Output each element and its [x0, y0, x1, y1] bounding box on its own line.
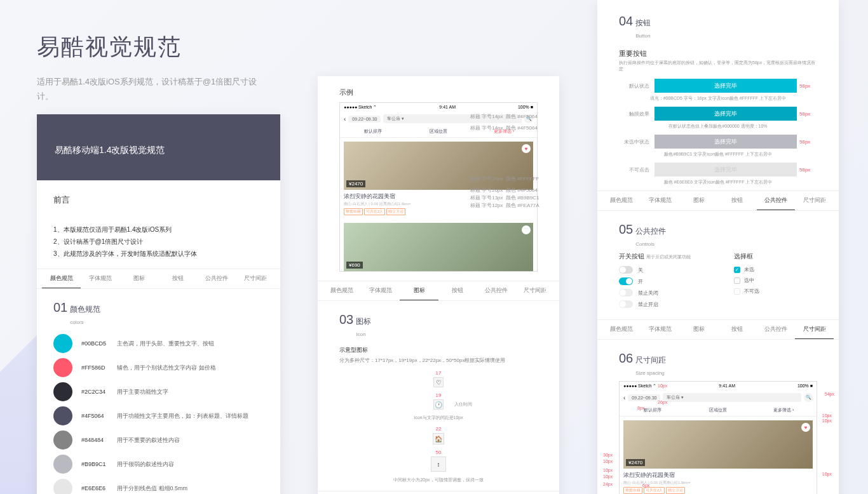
swatch-icon: [53, 406, 72, 425]
preface-title: 前言: [37, 180, 280, 220]
tabs-2: 颜色规范字体规范 图标按钮 公共控件尺寸间距: [318, 281, 559, 301]
card-example: 示例 ●●●●● Sketch ⌃9:41 AM100% ■ ‹ 09.22~0…: [318, 76, 559, 494]
card-right: 04 按钮Button 重要按钮 执行最终操作均位于屏幕的底部的按钮，如确认，登…: [597, 0, 839, 494]
color-row: #00BCD5主色调，用于头部、重要性文字、按钮: [53, 334, 264, 353]
tabs-5: 颜色规范字体规范 图标按钮 公共控件尺寸间距: [597, 319, 839, 340]
checkbox-row: 选中: [734, 277, 817, 284]
checkbox[interactable]: [734, 267, 740, 273]
tab-buttons[interactable]: 按钮: [159, 269, 198, 288]
price-tag: ¥2470: [346, 180, 365, 187]
example-label: 示例: [318, 88, 559, 102]
tab-fonts[interactable]: 字体规范: [81, 269, 119, 288]
button-row: 触摸效果选择完毕58px: [619, 107, 817, 121]
switch-toggle: [619, 289, 633, 297]
switch-toggle[interactable]: [619, 277, 633, 285]
spacing-phone: ●●●●● Sketch ⌃9:41 AM100% ■ ‹ 09.22~09.3…: [619, 381, 817, 494]
tab-icons[interactable]: 图标: [119, 269, 158, 288]
preface-rules: 1、本版规范仅适用于易酷1.4改版iOS系列 2、设计稿基于@1倍图尺寸设计 3…: [37, 220, 280, 269]
swatch-icon: [53, 431, 72, 450]
checkbox[interactable]: [734, 277, 740, 284]
back-icon[interactable]: ‹: [344, 116, 346, 123]
color-row: #2C2C34用于主要功能性文字: [53, 382, 264, 401]
listing-image-2[interactable]: ♡ ¥690: [344, 223, 533, 271]
tabs-3: 颜色规范字体规范 图标按钮 公共控件尺寸间距: [318, 491, 559, 494]
main-title: 易酷视觉规范: [37, 32, 291, 63]
color-list: #00BCD5主色调，用于头部、重要性文字、按钮#FF586D辅色，用于个别状态…: [37, 330, 280, 494]
switch-row: 关: [619, 266, 702, 274]
switch-toggle: [619, 300, 633, 308]
checkbox: [734, 288, 740, 295]
tab-colors[interactable]: 颜色规范: [42, 269, 81, 288]
tab-spacing[interactable]: 尺寸间距: [236, 269, 275, 288]
color-row: #E6E6E6用于分割线色值 粗细0.5mm: [53, 479, 264, 494]
sample-button[interactable]: 选择完毕: [654, 135, 797, 149]
section3-title: 03 图标Icon: [318, 301, 559, 342]
section6-title: 06 尺寸间距Size spacing: [597, 340, 839, 381]
button-row: 默认状态选择完毕58px: [619, 79, 817, 93]
section4-title: 04 按钮Button: [597, 3, 839, 44]
tab-controls[interactable]: 公共控件: [198, 269, 236, 288]
color-row: #FF586D辅色，用于个别状态性文字内容 如价格: [53, 358, 264, 377]
color-row: #4F5064用于功能性文字主要用色，如：列表标题、详情标题: [53, 406, 264, 425]
button-row: 未选中状态选择完毕58px: [619, 135, 817, 149]
swatch-icon: [53, 479, 72, 494]
tabs-4: 颜色规范字体规范 图标按钮 公共控件尺寸间距: [597, 190, 839, 211]
swatch-icon: [53, 382, 72, 401]
main-subtitle: 适用于易酷1.4改版iOS系列规范，设计稿基于@1倍图尺寸设计。: [37, 74, 266, 104]
switch-row: 禁止关闭: [619, 289, 702, 297]
card-colors: 易酷移动端1.4改版视觉规范 前言 1、本版规范仅适用于易酷1.4改版iOS系列…: [37, 114, 280, 494]
swatch-icon: [53, 334, 72, 353]
swatch-icon: [53, 455, 72, 474]
checkbox-row: 未选: [734, 266, 817, 273]
heart-icon[interactable]: ♡: [522, 225, 531, 234]
card1-header: 易酷移动端1.4改版视觉规范: [37, 114, 280, 180]
heart-icon[interactable]: ♥: [522, 144, 531, 153]
switch-row: 开: [619, 277, 702, 285]
header-block: 易酷视觉规范 适用于易酷1.4改版iOS系列规范，设计稿基于@1倍图尺寸设计。: [37, 32, 291, 104]
listing-tags: 整套出租可共住2人独立卫浴: [340, 208, 537, 219]
date-pill[interactable]: 09.22~09.30: [348, 116, 381, 123]
button-row: 不可点击选择完毕58px: [619, 163, 817, 177]
switch-row: 禁止开启: [619, 300, 702, 308]
tabs-1: 颜色规范 字体规范 图标 按钮 公共控件 尺寸间距: [37, 269, 280, 289]
sample-button[interactable]: 选择完毕: [654, 107, 797, 121]
section5-title: 05 公共控件Controls: [597, 211, 839, 252]
switch-toggle[interactable]: [619, 266, 633, 274]
listing-image[interactable]: ♥ ¥2470: [344, 142, 533, 190]
checkbox-row: 不可选: [734, 288, 817, 295]
sample-button[interactable]: 选择完毕: [654, 163, 797, 177]
section1-title: 01 颜色规范colors: [37, 289, 280, 330]
sample-button[interactable]: 选择完毕: [654, 79, 797, 93]
color-row: #848484用于不重要的叙述性内容: [53, 431, 264, 450]
swatch-icon: [53, 358, 72, 377]
color-row: #B9B9C1用于很弱的叙述性内容: [53, 455, 264, 474]
